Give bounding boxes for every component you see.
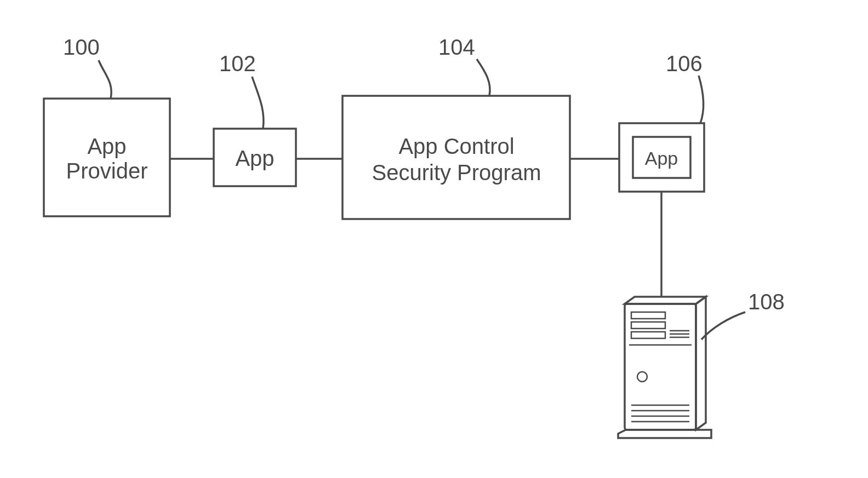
app-provider-text-1: App: [87, 134, 126, 158]
server-icon: [618, 297, 711, 438]
label-100: 100: [63, 35, 100, 59]
svg-rect-2: [631, 322, 665, 329]
leader-102: [252, 77, 264, 129]
svg-point-8: [637, 372, 647, 382]
svg-rect-3: [631, 332, 665, 338]
control-text-1: App Control: [398, 134, 514, 158]
leader-100: [99, 60, 111, 99]
wrapped-app-text: App: [645, 148, 678, 169]
label-106: 106: [666, 51, 703, 76]
label-104: 104: [438, 35, 475, 59]
control-text-2: Security Program: [372, 160, 541, 185]
app-text-1: App: [235, 146, 274, 170]
leader-106: [699, 76, 704, 123]
label-102: 102: [219, 51, 256, 76]
app-provider-text-2: Provider: [66, 159, 148, 183]
svg-rect-1: [631, 312, 665, 319]
leader-104: [477, 59, 490, 96]
label-108: 108: [748, 290, 785, 314]
leader-108: [701, 312, 745, 339]
system-diagram: App Provider 100 App 102 App Control Sec…: [0, 0, 868, 478]
